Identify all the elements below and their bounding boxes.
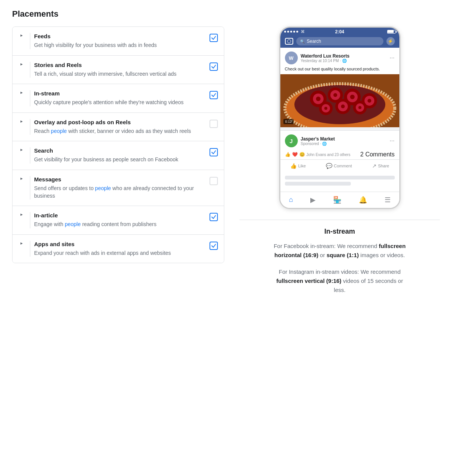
phone-mockup: ⌘ 2:04 🔍 Search ⚡ <box>279 27 400 209</box>
post-options-icon[interactable]: ··· <box>389 55 394 61</box>
stories-checkbox-box[interactable] <box>210 62 218 71</box>
search-checkbox-box[interactable] <box>210 148 218 156</box>
instream-checkbox-box[interactable] <box>210 91 218 99</box>
overlay-desc: Reach people with sticker, banner or vid… <box>34 128 205 135</box>
overlay-title: Overlay and post-loop ads on Reels <box>34 119 205 125</box>
search-title: Search <box>34 147 205 154</box>
sponsored-options-icon[interactable]: ··· <box>389 137 394 144</box>
feeds-checkbox-box[interactable] <box>210 34 218 42</box>
messages-desc-before: Send offers or updates to <box>34 185 95 191</box>
preview-section-title: In-stream <box>324 228 355 236</box>
heart-emoji: ❤️ <box>292 152 298 157</box>
inarticle-desc: Engage with people reading content from … <box>34 221 205 228</box>
waterford-avatar: W <box>285 52 298 64</box>
phone-post-image: 0:12 <box>280 74 399 127</box>
marketplace-nav-button[interactable]: 🏪 <box>330 195 344 205</box>
svg-point-31 <box>358 106 361 109</box>
apps-content: Apps and sites Expand your reach with ad… <box>34 241 205 257</box>
inarticle-expand-icon[interactable] <box>17 213 26 217</box>
phone-content: W Waterford Lux Resorts Yesterday at 10:… <box>280 48 399 192</box>
search-checkbox[interactable] <box>210 148 218 156</box>
preview-divider <box>239 220 440 220</box>
overlay-checkbox-box[interactable] <box>210 120 218 128</box>
svg-marker-7 <box>20 242 23 245</box>
apps-checkbox-box[interactable] <box>210 242 218 250</box>
messages-people-link[interactable]: people <box>95 185 111 191</box>
haha-emoji: 😊 <box>299 152 305 157</box>
comment-button[interactable]: 💬 Comment <box>323 161 355 170</box>
overlay-checkbox[interactable] <box>210 120 218 128</box>
overlay-desc-before: Reach <box>34 128 51 134</box>
phone-post-info: Waterford Lux Resorts Yesterday at 10:14… <box>301 53 387 63</box>
menu-nav-button[interactable]: ☰ <box>382 195 394 205</box>
signal-dot-2 <box>287 31 289 33</box>
share-button[interactable]: ↗ Share <box>369 161 392 170</box>
instream-expand-icon[interactable] <box>17 91 26 95</box>
apps-expand-icon[interactable] <box>17 242 26 245</box>
preview-desc-2: For Instagram in-stream videos: We recom… <box>272 267 408 295</box>
svg-marker-5 <box>20 178 23 180</box>
search-expand-icon[interactable] <box>17 148 26 152</box>
inarticle-checkbox[interactable] <box>210 213 218 221</box>
feeds-expand-icon[interactable] <box>17 34 26 37</box>
video-nav-button[interactable]: ▶ <box>307 195 319 205</box>
placement-item-apps: Apps and sites Expand your reach with ad… <box>13 235 224 263</box>
instream-checkbox[interactable] <box>210 91 218 99</box>
svg-marker-1 <box>20 63 23 66</box>
inarticle-content: In-article Engage with people reading co… <box>34 212 205 228</box>
placement-item-inarticle: In-article Engage with people reading co… <box>13 206 224 235</box>
instream-title: In-stream <box>34 90 205 97</box>
comment-icon: 💬 <box>326 163 332 169</box>
inarticle-desc-before: Engage with <box>34 221 65 227</box>
waterford-meta: Yesterday at 10:14 PM · 🌐 <box>301 59 387 63</box>
jaspers-info: Jasper's Market Sponsored · 🌐 <box>301 136 387 146</box>
phone-signal-area: ⌘ <box>284 30 305 34</box>
stories-content: Stories and Reels Tell a rich, visual st… <box>34 62 205 78</box>
placement-item-instream: In-stream Quickly capture people's atten… <box>13 84 224 113</box>
preview-desc-1: For Facebook in-stream: We recommend ful… <box>272 242 408 260</box>
stories-checkbox[interactable] <box>210 62 218 71</box>
svg-marker-0 <box>20 34 23 37</box>
phone-battery-fill <box>388 30 394 33</box>
comment-label: Comment <box>334 164 352 168</box>
messages-checkbox-box[interactable] <box>210 177 218 185</box>
like-emoji: 👍 <box>285 152 291 157</box>
comments-count: 2 Comments <box>360 151 395 158</box>
phone-post-header: W Waterford Lux Resorts Yesterday at 10:… <box>280 48 399 67</box>
skeleton-line-1 <box>285 176 395 179</box>
inarticle-people-link[interactable]: people <box>65 221 81 227</box>
messages-checkbox[interactable] <box>210 177 218 185</box>
messages-title: Messages <box>34 176 205 183</box>
svg-point-28 <box>341 105 345 108</box>
messages-expand-icon[interactable] <box>17 177 26 181</box>
preview-desc1-bold2: square (1:1) <box>327 252 359 258</box>
apps-checkbox[interactable] <box>210 242 218 250</box>
inarticle-checkbox-box[interactable] <box>210 213 218 221</box>
svg-marker-2 <box>20 92 23 94</box>
notifications-nav-button[interactable]: 🔔 <box>356 195 370 205</box>
overlay-divider <box>30 119 30 135</box>
search-icon: 🔍 <box>300 39 305 44</box>
phone-time: 2:04 <box>335 29 344 34</box>
like-button[interactable]: 👍 Like <box>287 161 309 170</box>
sponsored-tag: Sponsored · 🌐 <box>301 142 387 146</box>
phone-status-bar: ⌘ 2:04 <box>280 28 399 35</box>
stories-desc: Tell a rich, visual story with immersive… <box>34 70 205 78</box>
placement-item-messages: Messages Send offers or updates to peopl… <box>13 170 224 206</box>
overlay-people-link[interactable]: people <box>51 128 67 134</box>
signal-dot-5 <box>296 31 298 33</box>
stories-expand-icon[interactable] <box>17 62 26 66</box>
phone-search-text: Search <box>307 39 321 44</box>
inarticle-divider <box>30 212 30 228</box>
feeds-checkbox[interactable] <box>210 34 218 42</box>
placements-list: Feeds Get high visibility for your busin… <box>12 27 224 263</box>
placement-item-stories: Stories and Reels Tell a rich, visual st… <box>13 56 224 84</box>
home-nav-button[interactable]: ⌂ <box>286 195 296 205</box>
overlay-expand-icon[interactable] <box>17 120 26 123</box>
phone-bottom-nav: ⌂ ▶ 🏪 🔔 ☰ <box>280 192 399 208</box>
svg-point-16 <box>333 93 337 97</box>
reactions-text: John Evans and 23 others <box>307 153 350 157</box>
reactions-left: 👍 ❤️ 😊 John Evans and 23 others <box>285 152 350 157</box>
right-panel: ⌘ 2:04 🔍 Search ⚡ <box>239 27 440 295</box>
phone-search-bar[interactable]: 🔍 Search <box>296 37 383 45</box>
